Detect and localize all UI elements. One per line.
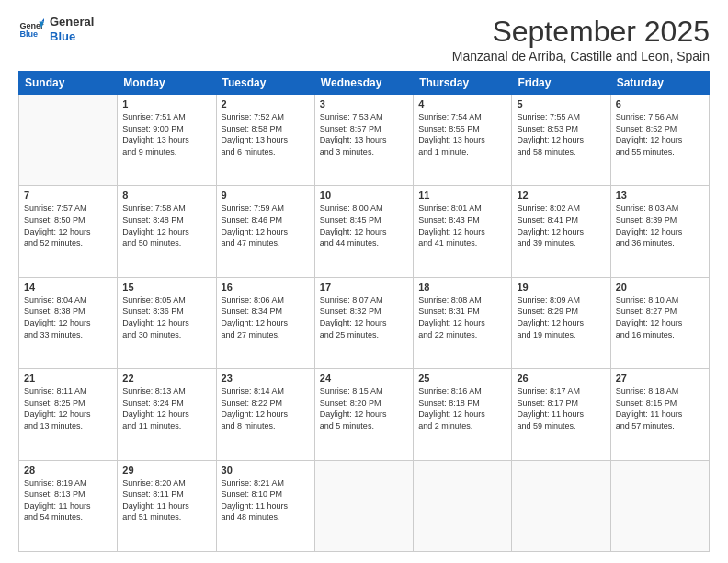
day-number: 13	[616, 190, 704, 201]
day-number: 24	[320, 373, 408, 384]
day-info: Sunrise: 8:19 AM Sunset: 8:13 PM Dayligh…	[24, 477, 112, 523]
day-info: Sunrise: 7:53 AM Sunset: 8:57 PM Dayligh…	[320, 111, 408, 157]
day-number: 4	[418, 98, 506, 109]
calendar-cell: 15Sunrise: 8:05 AM Sunset: 8:36 PM Dayli…	[118, 277, 216, 368]
calendar-cell: 11Sunrise: 8:01 AM Sunset: 8:43 PM Dayli…	[414, 186, 512, 277]
day-number: 30	[222, 465, 310, 476]
day-number: 10	[320, 190, 408, 201]
day-info: Sunrise: 7:56 AM Sunset: 8:52 PM Dayligh…	[616, 111, 704, 157]
day-number: 1	[122, 98, 210, 109]
calendar-cell: 14Sunrise: 8:04 AM Sunset: 8:38 PM Dayli…	[19, 277, 118, 368]
weekday-header-sunday: Sunday	[19, 72, 118, 95]
calendar-cell: 16Sunrise: 8:06 AM Sunset: 8:34 PM Dayli…	[216, 277, 314, 368]
calendar-cell	[414, 460, 512, 551]
calendar-cell: 20Sunrise: 8:10 AM Sunset: 8:27 PM Dayli…	[610, 277, 709, 368]
day-number: 11	[418, 190, 506, 201]
logo-general: General	[50, 15, 94, 29]
calendar-cell: 12Sunrise: 8:02 AM Sunset: 8:41 PM Dayli…	[512, 186, 610, 277]
day-number: 5	[517, 98, 605, 109]
day-number: 28	[24, 465, 112, 476]
subtitle: Manzanal de Arriba, Castille and Leon, S…	[452, 49, 710, 63]
calendar-cell	[610, 460, 709, 551]
logo: General Blue General Blue	[18, 15, 94, 43]
calendar-cell: 29Sunrise: 8:20 AM Sunset: 8:11 PM Dayli…	[118, 460, 216, 551]
calendar-cell	[314, 460, 413, 551]
weekday-header-row: SundayMondayTuesdayWednesdayThursdayFrid…	[19, 72, 710, 95]
weekday-header-wednesday: Wednesday	[314, 72, 413, 95]
calendar-cell: 3Sunrise: 7:53 AM Sunset: 8:57 PM Daylig…	[314, 95, 413, 186]
calendar-cell: 8Sunrise: 7:58 AM Sunset: 8:48 PM Daylig…	[118, 186, 216, 277]
calendar-cell: 22Sunrise: 8:13 AM Sunset: 8:24 PM Dayli…	[118, 369, 216, 460]
day-info: Sunrise: 8:15 AM Sunset: 8:20 PM Dayligh…	[320, 385, 408, 431]
day-number: 15	[122, 282, 210, 293]
day-number: 3	[320, 98, 408, 109]
calendar-cell: 28Sunrise: 8:19 AM Sunset: 8:13 PM Dayli…	[19, 460, 118, 551]
calendar-cell: 10Sunrise: 8:00 AM Sunset: 8:45 PM Dayli…	[314, 186, 413, 277]
day-info: Sunrise: 8:17 AM Sunset: 8:17 PM Dayligh…	[517, 385, 605, 431]
day-info: Sunrise: 8:00 AM Sunset: 8:45 PM Dayligh…	[320, 202, 408, 248]
calendar-cell: 9Sunrise: 7:59 AM Sunset: 8:46 PM Daylig…	[216, 186, 314, 277]
header: General Blue General Blue September 2025…	[18, 15, 710, 63]
day-info: Sunrise: 7:54 AM Sunset: 8:55 PM Dayligh…	[418, 111, 506, 157]
calendar-cell: 18Sunrise: 8:08 AM Sunset: 8:31 PM Dayli…	[414, 277, 512, 368]
calendar-cell: 26Sunrise: 8:17 AM Sunset: 8:17 PM Dayli…	[512, 369, 610, 460]
calendar-cell: 21Sunrise: 8:11 AM Sunset: 8:25 PM Dayli…	[19, 369, 118, 460]
calendar-cell: 25Sunrise: 8:16 AM Sunset: 8:18 PM Dayli…	[414, 369, 512, 460]
calendar-cell: 17Sunrise: 8:07 AM Sunset: 8:32 PM Dayli…	[314, 277, 413, 368]
calendar-week-3: 14Sunrise: 8:04 AM Sunset: 8:38 PM Dayli…	[19, 277, 710, 368]
title-block: September 2025 Manzanal de Arriba, Casti…	[452, 15, 710, 63]
day-number: 21	[24, 373, 112, 384]
logo-icon: General Blue	[18, 17, 44, 42]
day-info: Sunrise: 7:58 AM Sunset: 8:48 PM Dayligh…	[122, 202, 210, 248]
day-info: Sunrise: 8:13 AM Sunset: 8:24 PM Dayligh…	[122, 385, 210, 431]
day-number: 23	[222, 373, 310, 384]
day-info: Sunrise: 7:59 AM Sunset: 8:46 PM Dayligh…	[222, 202, 310, 248]
day-info: Sunrise: 8:04 AM Sunset: 8:38 PM Dayligh…	[24, 294, 112, 340]
weekday-header-thursday: Thursday	[414, 72, 512, 95]
day-number: 2	[222, 98, 310, 109]
calendar-cell: 13Sunrise: 8:03 AM Sunset: 8:39 PM Dayli…	[610, 186, 709, 277]
day-info: Sunrise: 8:01 AM Sunset: 8:43 PM Dayligh…	[418, 202, 506, 248]
calendar-cell: 6Sunrise: 7:56 AM Sunset: 8:52 PM Daylig…	[610, 95, 709, 186]
day-number: 27	[616, 373, 704, 384]
svg-text:Blue: Blue	[19, 29, 38, 39]
day-info: Sunrise: 8:10 AM Sunset: 8:27 PM Dayligh…	[616, 294, 704, 340]
day-number: 6	[616, 98, 704, 109]
day-number: 14	[24, 282, 112, 293]
day-info: Sunrise: 7:52 AM Sunset: 8:58 PM Dayligh…	[222, 111, 310, 157]
calendar-cell: 19Sunrise: 8:09 AM Sunset: 8:29 PM Dayli…	[512, 277, 610, 368]
day-info: Sunrise: 8:20 AM Sunset: 8:11 PM Dayligh…	[122, 477, 210, 523]
day-info: Sunrise: 8:09 AM Sunset: 8:29 PM Dayligh…	[517, 294, 605, 340]
calendar-week-4: 21Sunrise: 8:11 AM Sunset: 8:25 PM Dayli…	[19, 369, 710, 460]
logo-blue: Blue	[50, 29, 94, 44]
day-number: 9	[222, 190, 310, 201]
day-number: 8	[122, 190, 210, 201]
calendar-cell: 4Sunrise: 7:54 AM Sunset: 8:55 PM Daylig…	[414, 95, 512, 186]
day-info: Sunrise: 7:57 AM Sunset: 8:50 PM Dayligh…	[24, 202, 112, 248]
day-number: 25	[418, 373, 506, 384]
day-info: Sunrise: 8:18 AM Sunset: 8:15 PM Dayligh…	[616, 385, 704, 431]
day-info: Sunrise: 8:16 AM Sunset: 8:18 PM Dayligh…	[418, 385, 506, 431]
weekday-header-tuesday: Tuesday	[216, 72, 314, 95]
day-number: 17	[320, 282, 408, 293]
calendar-cell: 7Sunrise: 7:57 AM Sunset: 8:50 PM Daylig…	[19, 186, 118, 277]
calendar-table: SundayMondayTuesdayWednesdayThursdayFrid…	[18, 71, 710, 552]
calendar-week-5: 28Sunrise: 8:19 AM Sunset: 8:13 PM Dayli…	[19, 460, 710, 551]
day-number: 22	[122, 373, 210, 384]
calendar-cell: 2Sunrise: 7:52 AM Sunset: 8:58 PM Daylig…	[216, 95, 314, 186]
day-info: Sunrise: 7:51 AM Sunset: 9:00 PM Dayligh…	[122, 111, 210, 157]
calendar-week-1: 1Sunrise: 7:51 AM Sunset: 9:00 PM Daylig…	[19, 95, 710, 186]
weekday-header-saturday: Saturday	[610, 72, 709, 95]
day-info: Sunrise: 8:21 AM Sunset: 8:10 PM Dayligh…	[222, 477, 310, 523]
day-info: Sunrise: 8:02 AM Sunset: 8:41 PM Dayligh…	[517, 202, 605, 248]
calendar-cell	[19, 95, 118, 186]
day-number: 19	[517, 282, 605, 293]
calendar-cell: 23Sunrise: 8:14 AM Sunset: 8:22 PM Dayli…	[216, 369, 314, 460]
day-info: Sunrise: 8:07 AM Sunset: 8:32 PM Dayligh…	[320, 294, 408, 340]
main-title: September 2025	[452, 15, 710, 49]
day-info: Sunrise: 8:03 AM Sunset: 8:39 PM Dayligh…	[616, 202, 704, 248]
weekday-header-friday: Friday	[512, 72, 610, 95]
calendar-cell: 5Sunrise: 7:55 AM Sunset: 8:53 PM Daylig…	[512, 95, 610, 186]
day-info: Sunrise: 8:06 AM Sunset: 8:34 PM Dayligh…	[222, 294, 310, 340]
day-number: 20	[616, 282, 704, 293]
